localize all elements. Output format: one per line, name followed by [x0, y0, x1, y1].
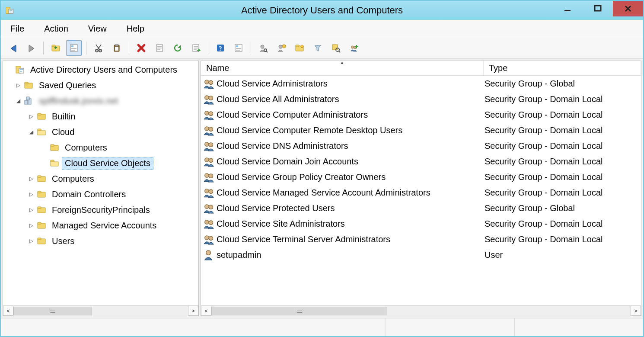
tree-msa[interactable]: ▷ Managed Service Accounts	[3, 218, 198, 233]
list-item[interactable]: Cloud Service AdministratorsSecurity Gro…	[201, 76, 641, 91]
tree-fsp[interactable]: ▷ ForeignSecurityPrincipals	[3, 202, 198, 218]
close-button[interactable]	[613, 1, 643, 16]
expander-icon[interactable]	[6, 66, 13, 74]
list-item-name: Cloud Service Terminal Server Administra…	[217, 234, 485, 244]
group-icon	[203, 218, 214, 229]
new-user-button[interactable]	[274, 40, 289, 56]
expander-icon[interactable]: ▷	[27, 221, 35, 229]
scroll-left-icon[interactable]: <	[201, 306, 211, 316]
group-icon	[203, 187, 214, 198]
column-header-type[interactable]: Type	[484, 61, 641, 75]
expander-icon[interactable]: ▷	[27, 175, 35, 183]
list-item-name: Cloud Service Computer Administrators	[217, 110, 485, 120]
group-icon	[203, 156, 214, 167]
tree-domain-controllers[interactable]: ▷ Domain Controllers	[3, 186, 198, 202]
cut-button[interactable]	[91, 40, 106, 56]
scroll-thumb[interactable]	[13, 307, 92, 315]
sort-indicator-icon: ▲	[340, 61, 344, 65]
menu-view[interactable]: View	[85, 22, 110, 35]
tree-users[interactable]: ▷ Users	[3, 233, 198, 249]
group-icon	[203, 140, 214, 151]
list-item[interactable]: setupadminUser	[201, 247, 641, 263]
group-icon	[203, 109, 214, 120]
tree-hscrollbar[interactable]: < >	[3, 305, 198, 316]
list-item-type: Security Group - Domain Local	[485, 157, 603, 167]
list-item[interactable]: Cloud Service Terminal Server Administra…	[201, 231, 641, 247]
expander-icon[interactable]: ▷	[14, 81, 22, 89]
tree-builtin[interactable]: ▷ Builtin	[3, 109, 198, 124]
tree-cloud-service-objects[interactable]: Cloud Service Objects	[3, 155, 198, 171]
group-icon	[203, 171, 214, 183]
expander-icon[interactable]	[40, 159, 48, 167]
tree-root[interactable]: Active Directory Users and Computers	[3, 62, 198, 77]
scroll-left-icon[interactable]: <	[3, 306, 13, 316]
tree[interactable]: Active Directory Users and Computers ▷ S…	[3, 61, 198, 305]
list-item-type: Security Group - Domain Local	[485, 188, 603, 198]
expander-icon[interactable]: ◢	[27, 128, 35, 136]
list-item[interactable]: Cloud Service Site AdministratorsSecurit…	[201, 216, 641, 231]
help-button[interactable]	[213, 40, 228, 56]
menu-action[interactable]: Action	[41, 22, 72, 35]
minimize-button[interactable]	[552, 1, 583, 16]
list-item[interactable]: Cloud Service Protected UsersSecurity Gr…	[201, 200, 641, 216]
menu-help[interactable]: Help	[123, 22, 148, 35]
list-item[interactable]: Cloud Service Managed Service Account Ad…	[201, 185, 641, 200]
list-item[interactable]: Cloud Service Group Policy Creator Owner…	[201, 169, 641, 185]
list-item[interactable]: Cloud Service All AdministratorsSecurity…	[201, 91, 641, 107]
status-cell	[1, 318, 386, 336]
menu-file[interactable]: File	[7, 22, 28, 35]
export-list-button[interactable]	[188, 40, 204, 56]
tree-label: Computers	[62, 141, 110, 154]
scroll-right-icon[interactable]: >	[188, 306, 198, 316]
tree-domain[interactable]: ◢ spiffindusk.jovvix.net	[3, 93, 198, 109]
properties-button[interactable]	[152, 40, 167, 56]
column-header-name[interactable]: Name ▲	[201, 61, 484, 75]
scroll-track[interactable]	[211, 306, 631, 316]
scroll-right-icon[interactable]: >	[631, 306, 641, 316]
refresh-button[interactable]	[170, 40, 185, 56]
folder-icon	[37, 174, 46, 183]
up-one-level-button[interactable]	[48, 40, 64, 56]
nav-forward-button[interactable]	[23, 40, 39, 56]
toolbar-separator	[43, 42, 44, 55]
tree-cloud[interactable]: ◢ Cloud	[3, 124, 198, 140]
statusbar	[1, 318, 643, 336]
scroll-track[interactable]	[13, 306, 188, 316]
toolbar-separator	[208, 42, 208, 55]
aduc-icon	[15, 65, 25, 74]
tree-saved-queries[interactable]: ▷ Saved Queries	[3, 77, 198, 93]
filter-button[interactable]	[310, 40, 325, 56]
list-item-name: Cloud Service Computer Remote Desktop Us…	[217, 125, 485, 135]
list-item[interactable]: Cloud Service Domain Join AccountsSecuri…	[201, 154, 641, 169]
group-icon	[203, 125, 214, 136]
expander-icon[interactable]: ▷	[27, 112, 35, 120]
add-to-group-button[interactable]	[346, 40, 362, 56]
maximize-button[interactable]	[583, 1, 613, 16]
titlebar[interactable]: Active Directory Users and Computers	[1, 1, 643, 20]
expander-icon[interactable]	[40, 144, 48, 151]
scroll-thumb[interactable]	[211, 307, 387, 315]
toolbar-separator	[251, 42, 251, 55]
paste-button[interactable]	[109, 40, 124, 56]
expander-icon[interactable]: ▷	[27, 237, 35, 245]
list-item[interactable]: Cloud Service Computer AdministratorsSec…	[201, 107, 641, 122]
expander-icon[interactable]: ▷	[27, 190, 35, 198]
list-item[interactable]: Cloud Service DNS AdministratorsSecurity…	[201, 138, 641, 154]
show-hide-tree-button[interactable]	[66, 40, 82, 56]
find-objects-button[interactable]	[255, 40, 271, 56]
filter-options-button[interactable]	[231, 40, 246, 56]
nav-back-button[interactable]	[5, 40, 21, 56]
app-icon	[5, 6, 14, 15]
search-button[interactable]	[328, 40, 344, 56]
list-hscrollbar[interactable]: < >	[201, 305, 641, 316]
new-group-button[interactable]	[292, 40, 307, 56]
list-item[interactable]: Cloud Service Computer Remote Desktop Us…	[201, 122, 641, 138]
tree-cloud-computers[interactable]: Computers	[3, 140, 198, 155]
list-item-type: User	[485, 250, 503, 260]
expander-icon[interactable]: ▷	[27, 206, 35, 214]
main-split: Active Directory Users and Computers ▷ S…	[1, 59, 643, 318]
delete-button[interactable]	[134, 40, 149, 56]
list-body[interactable]: Cloud Service AdministratorsSecurity Gro…	[201, 76, 641, 305]
tree-computers[interactable]: ▷ Computers	[3, 171, 198, 186]
expander-icon[interactable]: ◢	[14, 97, 22, 105]
